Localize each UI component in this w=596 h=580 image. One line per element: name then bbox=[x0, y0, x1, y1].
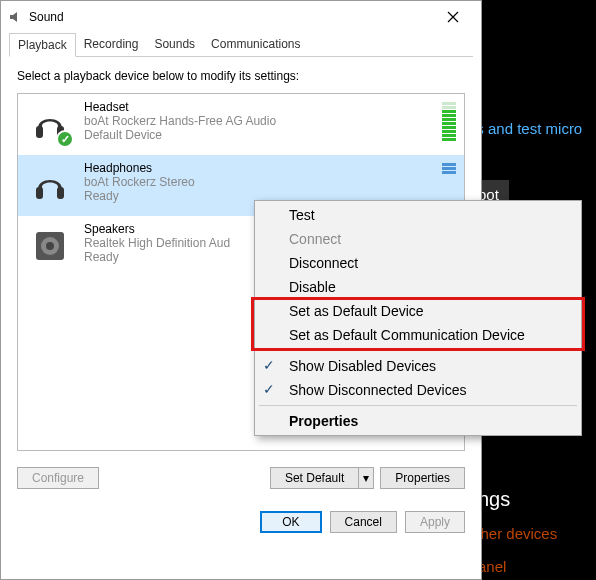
properties-button[interactable]: Properties bbox=[380, 467, 465, 489]
tab-sounds[interactable]: Sounds bbox=[146, 33, 203, 56]
device-description: boAt Rockerz Hands-Free AG Audio bbox=[84, 114, 432, 128]
instruction-text: Select a playback device below to modify… bbox=[17, 69, 465, 83]
cancel-button[interactable]: Cancel bbox=[330, 511, 397, 533]
bg-link-test-micro[interactable]: es and test micro bbox=[468, 120, 582, 137]
level-meter-icon bbox=[442, 102, 456, 141]
tab-playback[interactable]: Playback bbox=[9, 33, 76, 57]
chevron-down-icon[interactable]: ▾ bbox=[358, 467, 374, 489]
menu-properties[interactable]: Properties bbox=[255, 409, 581, 433]
device-status: Default Device bbox=[84, 128, 432, 142]
tab-recording[interactable]: Recording bbox=[76, 33, 147, 56]
close-button[interactable] bbox=[431, 3, 475, 31]
menu-show-disabled[interactable]: ✓Show Disabled Devices bbox=[255, 354, 581, 378]
svg-rect-0 bbox=[36, 126, 43, 138]
apply-button[interactable]: Apply bbox=[405, 511, 465, 533]
menu-separator bbox=[259, 405, 577, 406]
check-icon: ✓ bbox=[263, 381, 275, 397]
menu-set-default-comm-device[interactable]: Set as Default Communication Device bbox=[255, 323, 581, 347]
device-name: Headset bbox=[84, 100, 432, 114]
titlebar: Sound bbox=[1, 1, 481, 33]
level-meter-icon bbox=[442, 163, 456, 174]
check-icon: ✓ bbox=[263, 357, 275, 373]
menu-separator bbox=[259, 350, 577, 351]
tab-communications[interactable]: Communications bbox=[203, 33, 308, 56]
dialog-title: Sound bbox=[29, 10, 431, 24]
menu-test[interactable]: Test bbox=[255, 203, 581, 227]
ok-button[interactable]: OK bbox=[260, 511, 321, 533]
speakers-icon bbox=[26, 222, 74, 270]
menu-show-disconnected[interactable]: ✓Show Disconnected Devices bbox=[255, 378, 581, 402]
menu-disable[interactable]: Disable bbox=[255, 275, 581, 299]
dialog-buttons: OK Cancel Apply bbox=[1, 501, 481, 543]
device-description: boAt Rockerz Stereo bbox=[84, 175, 432, 189]
svg-rect-3 bbox=[57, 187, 64, 199]
context-menu[interactable]: Test Connect Disconnect Disable Set as D… bbox=[254, 200, 582, 436]
headphones-icon bbox=[26, 161, 74, 209]
svg-rect-2 bbox=[36, 187, 43, 199]
menu-disconnect[interactable]: Disconnect bbox=[255, 251, 581, 275]
sound-icon bbox=[7, 9, 23, 25]
device-item-headset[interactable]: ✓ Headset boAt Rockerz Hands-Free AG Aud… bbox=[18, 94, 464, 155]
menu-connect: Connect bbox=[255, 227, 581, 251]
tab-strip: Playback Recording Sounds Communications bbox=[9, 33, 473, 57]
default-check-icon: ✓ bbox=[56, 130, 74, 148]
set-default-split-button[interactable]: Set Default ▾ bbox=[270, 467, 374, 489]
configure-button[interactable]: Configure bbox=[17, 467, 99, 489]
set-default-button[interactable]: Set Default bbox=[270, 467, 358, 489]
headset-icon: ✓ bbox=[26, 100, 74, 148]
svg-point-6 bbox=[46, 242, 54, 250]
menu-set-default-device[interactable]: Set as Default Device bbox=[255, 299, 581, 323]
list-buttons-row: Configure Set Default ▾ Properties bbox=[17, 467, 465, 489]
device-name: Headphones bbox=[84, 161, 432, 175]
